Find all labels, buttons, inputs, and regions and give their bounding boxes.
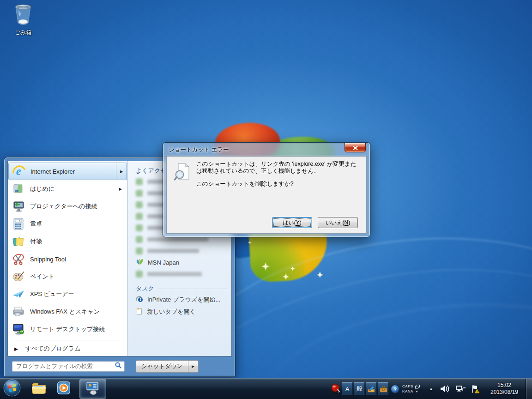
ime-status-indicators[interactable]: CAPS KANA ▼ — [402, 384, 424, 394]
volume-icon[interactable] — [440, 385, 450, 393]
no-button[interactable]: いいえ(N) — [318, 217, 358, 228]
xps-viewer-icon — [11, 287, 26, 302]
show-desktop-button[interactable] — [526, 379, 532, 399]
msn-butterfly-icon — [136, 258, 144, 267]
calculator-icon: 0 — [11, 217, 26, 231]
start-menu-item-label: Internet Explorer — [30, 168, 116, 175]
taskbar-explorer-button[interactable] — [29, 380, 49, 398]
ime-input-mode-button[interactable]: A — [342, 382, 353, 395]
start-menu-item-remote-desktop[interactable]: リモート デスクトップ接続 — [8, 320, 127, 338]
search-input[interactable] — [15, 363, 115, 370]
shortcut-error-dialog: ショートカット エラー このショートカットは、リンク先の 'iexplore.e… — [163, 142, 370, 237]
shutdown-button[interactable]: シャットダウン — [136, 360, 188, 373]
clock-time: 15:02 — [488, 382, 521, 389]
ime-conversion-mode-button[interactable]: 般 — [354, 382, 365, 395]
ime-toolbox-button[interactable] — [378, 382, 389, 395]
recycle-bin-desktop-icon[interactable]: ごみ箱 — [8, 3, 38, 36]
all-programs-arrow-icon: ▶ — [14, 346, 18, 351]
internet-explorer-icon: e — [12, 164, 26, 179]
dialog-titlebar[interactable]: ショートカット エラー — [163, 143, 370, 156]
ime-help-button[interactable]: ? — [391, 380, 399, 398]
ime-dropdown-arrow-icon[interactable]: ▼ — [415, 390, 418, 393]
recent-item-blurred[interactable] — [128, 268, 231, 280]
start-menu-separator — [12, 340, 123, 340]
remote-desktop-icon — [11, 322, 26, 337]
paint-icon — [11, 269, 26, 284]
snipping-tool-icon — [11, 252, 26, 266]
sticky-notes-icon — [11, 234, 26, 249]
close-icon — [353, 144, 358, 152]
start-menu-item-xps-viewer[interactable]: XPS ビューアー — [8, 285, 127, 303]
recycle-bin-icon — [12, 19, 34, 27]
recycle-bin-label: ごみ箱 — [15, 29, 32, 36]
taskbar-clock[interactable]: 15:02 2013/08/19 — [488, 382, 521, 396]
start-menu-item-internet-explorer[interactable]: e Internet Explorer ▶ — [8, 163, 127, 180]
start-menu-item-paint[interactable]: ペイント — [8, 268, 127, 285]
ime-language-icon[interactable] — [331, 383, 341, 395]
clock-date: 2013/08/19 — [488, 389, 521, 396]
dialog-body: このショートカットは、リンク先の 'iexplore.exe' が変更または移動… — [166, 156, 367, 234]
submenu-arrow-icon[interactable]: ▶ — [116, 163, 127, 180]
svg-text:?: ? — [393, 386, 397, 392]
all-programs-item[interactable]: ▶ すべてのプログラム — [8, 342, 127, 356]
inprivate-icon — [136, 295, 143, 304]
taskbar: A 般 ? CAPS — [0, 378, 532, 399]
taskbar-active-app-button[interactable] — [79, 379, 106, 399]
taskbar-media-player-button[interactable] — [54, 380, 73, 398]
start-menu-item-sticky-notes[interactable]: 付箋 — [8, 233, 127, 250]
getting-started-icon — [11, 181, 26, 196]
start-menu-program-list: e Internet Explorer ▶ はじめに ▶ — [8, 161, 127, 356]
submenu-arrow-icon: ▶ — [119, 187, 122, 191]
start-menu-item-snipping-tool[interactable]: Snipping Tool — [8, 250, 127, 268]
display-settings-app-icon — [85, 381, 100, 397]
start-menu-footer: シャットダウン ▶ — [7, 356, 232, 376]
start-menu-item-getting-started[interactable]: はじめに ▶ — [8, 180, 127, 198]
wallpaper-sparkle — [317, 272, 323, 278]
new-tab-icon — [136, 307, 143, 317]
ime-tool-palette-button[interactable] — [366, 382, 377, 395]
shutdown-options-arrow[interactable]: ▶ — [188, 360, 199, 373]
start-menu-item-projector[interactable]: プロジェクターへの接続 — [8, 198, 127, 215]
jumplist-item-msn-japan[interactable]: MSN Japan — [128, 257, 231, 268]
windows-explorer-icon — [31, 381, 47, 396]
jumplist-tasks-header: タスク — [128, 284, 231, 294]
action-center-flag-icon[interactable] — [471, 385, 480, 393]
task-inprivate-browse[interactable]: InPrivate ブラウズを開始... — [128, 294, 231, 306]
close-button[interactable] — [345, 143, 366, 152]
yes-button[interactable]: はい(Y) — [272, 217, 312, 228]
search-icon — [115, 362, 121, 370]
svg-text:0: 0 — [19, 220, 20, 223]
search-box[interactable] — [12, 361, 125, 372]
start-button[interactable] — [2, 380, 22, 398]
dialog-message: このショートカットは、リンク先の 'iexplore.exe' が変更または移動… — [196, 161, 361, 187]
start-menu-item-calculator[interactable]: 0 電卓 — [8, 215, 127, 233]
dialog-message-line2: このショートカットを削除しますか? — [196, 181, 361, 187]
show-hidden-icons-button[interactable]: ▲ — [429, 387, 433, 391]
dialog-title: ショートカット エラー — [169, 146, 229, 154]
task-open-new-tab[interactable]: 新しいタブを開く — [128, 306, 231, 318]
windows-media-player-icon — [57, 381, 71, 397]
shortcut-error-icon — [174, 163, 192, 184]
projector-connect-icon — [11, 199, 26, 214]
fax-scan-icon — [11, 304, 26, 319]
dialog-message-line1: このショートカットは、リンク先の 'iexplore.exe' が変更または移動… — [196, 161, 361, 175]
recent-item-blurred[interactable] — [128, 245, 231, 257]
network-icon[interactable] — [455, 385, 466, 393]
start-menu-item-fax-scan[interactable]: Windows FAX とスキャン — [8, 303, 127, 320]
windows-start-orb-icon — [3, 379, 21, 399]
